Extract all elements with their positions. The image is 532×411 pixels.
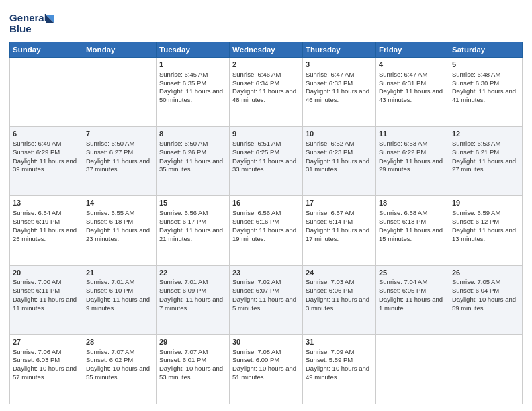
sunrise-text: Sunrise: 6:45 AM	[159, 71, 208, 78]
sunset-text: Sunset: 6:34 PM	[232, 79, 279, 87]
daylight-text: Daylight: 11 hours and 39 minutes.	[13, 157, 77, 173]
calendar-cell: 6Sunrise: 6:49 AMSunset: 6:29 PMDaylight…	[10, 127, 83, 196]
sunset-text: Sunset: 6:33 PM	[306, 79, 353, 87]
daylight-text: Daylight: 11 hours and 23 minutes.	[86, 226, 150, 242]
sunrise-text: Sunrise: 6:50 AM	[159, 140, 208, 147]
svg-text:General: General	[9, 12, 47, 24]
daylight-text: Daylight: 11 hours and 1 minute.	[379, 295, 443, 312]
daylight-text: Daylight: 11 hours and 43 minutes.	[379, 87, 443, 103]
sunrise-text: Sunrise: 6:56 AM	[159, 209, 208, 216]
day-number: 11	[379, 129, 446, 139]
sunset-text: Sunset: 6:22 PM	[379, 148, 426, 156]
weekday-header: Wednesday	[230, 42, 303, 58]
calendar-week-row: 13Sunrise: 6:54 AMSunset: 6:19 PMDayligh…	[10, 196, 523, 265]
daylight-text: Daylight: 11 hours and 33 minutes.	[232, 157, 296, 173]
sunrise-text: Sunrise: 6:47 AM	[379, 71, 427, 78]
day-number: 6	[13, 129, 80, 139]
day-number: 4	[379, 60, 446, 70]
sunset-text: Sunset: 6:19 PM	[13, 218, 60, 225]
daylight-text: Daylight: 11 hours and 29 minutes.	[379, 157, 443, 173]
calendar-cell: 12Sunrise: 6:53 AMSunset: 6:21 PMDayligh…	[449, 127, 523, 196]
sunrise-text: Sunrise: 6:54 AM	[13, 209, 61, 216]
calendar-cell: 26Sunrise: 7:05 AMSunset: 6:04 PMDayligh…	[449, 265, 523, 334]
weekday-header-row: SundayMondayTuesdayWednesdayThursdayFrid…	[10, 42, 523, 58]
sunset-text: Sunset: 6:12 PM	[452, 218, 499, 225]
sunset-text: Sunset: 6:25 PM	[232, 148, 279, 156]
calendar-cell: 10Sunrise: 6:52 AMSunset: 6:23 PMDayligh…	[303, 127, 376, 196]
day-number: 9	[232, 129, 300, 139]
calendar-cell: 30Sunrise: 7:08 AMSunset: 6:00 PMDayligh…	[230, 334, 303, 404]
sunset-text: Sunset: 6:30 PM	[452, 79, 499, 87]
weekday-header: Friday	[376, 42, 449, 58]
daylight-text: Daylight: 11 hours and 19 minutes.	[232, 226, 296, 242]
calendar-cell: 31Sunrise: 7:09 AMSunset: 5:59 PMDayligh…	[303, 334, 376, 404]
daylight-text: Daylight: 11 hours and 27 minutes.	[452, 157, 516, 173]
calendar-cell: 16Sunrise: 6:56 AMSunset: 6:16 PMDayligh…	[230, 196, 303, 265]
day-number: 20	[13, 268, 80, 278]
sunset-text: Sunset: 6:10 PM	[86, 287, 133, 294]
sunset-text: Sunset: 6:07 PM	[232, 287, 279, 294]
sunrise-text: Sunrise: 6:53 AM	[379, 140, 427, 147]
calendar-cell: 4Sunrise: 6:47 AMSunset: 6:31 PMDaylight…	[376, 58, 449, 127]
sunrise-text: Sunrise: 6:50 AM	[86, 140, 134, 147]
calendar-cell: 3Sunrise: 6:47 AMSunset: 6:33 PMDaylight…	[303, 58, 376, 127]
logo-area: General Blue	[9, 7, 56, 39]
day-number: 1	[159, 60, 226, 70]
daylight-text: Daylight: 11 hours and 13 minutes.	[452, 226, 516, 242]
sunset-text: Sunset: 6:11 PM	[13, 287, 60, 294]
day-number: 19	[452, 198, 519, 208]
day-number: 25	[379, 268, 446, 278]
sunset-text: Sunset: 6:27 PM	[86, 148, 133, 156]
sunset-text: Sunset: 6:06 PM	[306, 287, 353, 294]
day-number: 22	[159, 268, 226, 278]
weekday-header: Tuesday	[157, 42, 230, 58]
daylight-text: Daylight: 11 hours and 3 minutes.	[306, 295, 369, 312]
daylight-text: Daylight: 11 hours and 37 minutes.	[86, 157, 150, 173]
day-number: 28	[86, 337, 153, 347]
daylight-text: Daylight: 11 hours and 7 minutes.	[159, 295, 223, 312]
day-number: 7	[86, 129, 153, 139]
sunset-text: Sunset: 6:23 PM	[306, 148, 353, 156]
daylight-text: Daylight: 11 hours and 50 minutes.	[159, 87, 223, 103]
sunrise-text: Sunrise: 6:49 AM	[13, 140, 61, 147]
sunset-text: Sunset: 6:16 PM	[232, 218, 279, 225]
sunset-text: Sunset: 6:09 PM	[159, 287, 206, 294]
sunrise-text: Sunrise: 6:47 AM	[306, 71, 354, 78]
calendar-cell	[376, 334, 449, 404]
calendar-cell: 20Sunrise: 7:00 AMSunset: 6:11 PMDayligh…	[10, 265, 83, 334]
sunset-text: Sunset: 6:01 PM	[159, 356, 206, 363]
calendar-cell: 13Sunrise: 6:54 AMSunset: 6:19 PMDayligh…	[10, 196, 83, 265]
calendar-cell: 22Sunrise: 7:01 AMSunset: 6:09 PMDayligh…	[157, 265, 230, 334]
sunrise-text: Sunrise: 7:03 AM	[306, 278, 354, 285]
daylight-text: Daylight: 11 hours and 35 minutes.	[159, 157, 223, 173]
calendar-cell: 7Sunrise: 6:50 AMSunset: 6:27 PMDaylight…	[83, 127, 157, 196]
sunset-text: Sunset: 6:02 PM	[86, 356, 133, 363]
calendar-week-row: 1Sunrise: 6:45 AMSunset: 6:35 PMDaylight…	[10, 58, 523, 127]
calendar-cell: 15Sunrise: 6:56 AMSunset: 6:17 PMDayligh…	[157, 196, 230, 265]
calendar-cell: 17Sunrise: 6:57 AMSunset: 6:14 PMDayligh…	[303, 196, 376, 265]
daylight-text: Daylight: 10 hours and 49 minutes.	[306, 365, 369, 381]
weekday-header: Thursday	[303, 42, 376, 58]
sunset-text: Sunset: 6:17 PM	[159, 218, 206, 225]
calendar-cell: 9Sunrise: 6:51 AMSunset: 6:25 PMDaylight…	[230, 127, 303, 196]
sunset-text: Sunset: 6:03 PM	[13, 356, 60, 363]
page: General Blue SundayMondayTuesdayWednesda…	[0, 0, 532, 411]
daylight-text: Daylight: 11 hours and 31 minutes.	[306, 157, 369, 173]
daylight-text: Daylight: 10 hours and 57 minutes.	[13, 365, 77, 381]
calendar-body: 1Sunrise: 6:45 AMSunset: 6:35 PMDaylight…	[10, 58, 523, 404]
sunrise-text: Sunrise: 7:07 AM	[159, 348, 208, 355]
day-number: 18	[379, 198, 446, 208]
calendar-cell	[449, 334, 523, 404]
sunrise-text: Sunrise: 7:01 AM	[86, 278, 134, 285]
calendar-cell: 8Sunrise: 6:50 AMSunset: 6:26 PMDaylight…	[157, 127, 230, 196]
sunrise-text: Sunrise: 7:02 AM	[232, 278, 281, 285]
sunrise-text: Sunrise: 6:51 AM	[232, 140, 281, 147]
calendar-cell	[83, 58, 157, 127]
calendar-cell: 24Sunrise: 7:03 AMSunset: 6:06 PMDayligh…	[303, 265, 376, 334]
calendar-cell: 11Sunrise: 6:53 AMSunset: 6:22 PMDayligh…	[376, 127, 449, 196]
calendar-cell: 18Sunrise: 6:58 AMSunset: 6:13 PMDayligh…	[376, 196, 449, 265]
weekday-header: Monday	[83, 42, 157, 58]
calendar-cell: 25Sunrise: 7:04 AMSunset: 6:05 PMDayligh…	[376, 265, 449, 334]
sunset-text: Sunset: 6:35 PM	[159, 79, 206, 87]
day-number: 16	[232, 198, 300, 208]
